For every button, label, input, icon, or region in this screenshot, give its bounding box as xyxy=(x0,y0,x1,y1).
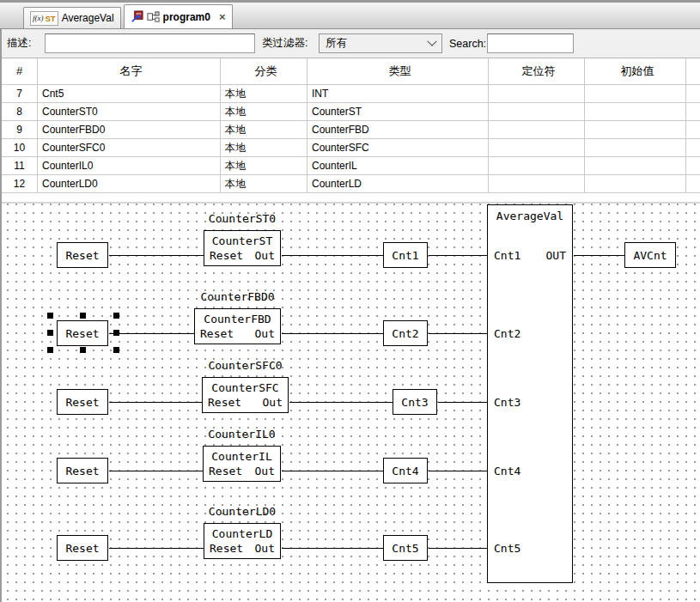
var-type[interactable]: CounterSFC xyxy=(307,139,489,157)
fb-block-counterld[interactable]: CounterLD Reset Out xyxy=(204,523,281,559)
fb-input-pin[interactable]: Reset xyxy=(209,465,242,478)
fb-input-pin[interactable]: Reset xyxy=(200,327,234,341)
fb-input-pin[interactable]: Cnt3 xyxy=(494,396,520,410)
close-icon[interactable]: × xyxy=(219,11,226,22)
header-name[interactable]: 名字 xyxy=(38,58,221,85)
var-category[interactable]: 本地 xyxy=(221,139,307,157)
fb-block-counteril[interactable]: CounterIL Reset Out xyxy=(203,446,281,482)
wire[interactable] xyxy=(429,255,487,256)
wire[interactable] xyxy=(109,548,204,549)
var-initval[interactable] xyxy=(585,157,686,175)
wire[interactable] xyxy=(109,255,204,256)
wire[interactable] xyxy=(282,548,383,549)
var-locator[interactable] xyxy=(489,175,585,193)
fb-output-pin[interactable]: Out xyxy=(255,465,275,478)
var-category[interactable]: 本地 xyxy=(221,157,307,175)
fb-block-counterfbd[interactable]: CounterFBD Reset Out xyxy=(194,308,281,344)
header-type[interactable]: 类型 xyxy=(307,58,489,85)
search-input[interactable] xyxy=(487,33,574,53)
var-category[interactable]: 本地 xyxy=(221,103,307,121)
cnt-variable-box[interactable]: Cnt5 xyxy=(383,535,428,561)
fb-input-pin[interactable]: Cnt2 xyxy=(494,327,520,341)
var-type[interactable]: CounterIL xyxy=(307,157,489,175)
var-locator[interactable] xyxy=(489,139,585,157)
selection-handle[interactable] xyxy=(113,313,119,319)
wire[interactable] xyxy=(438,402,487,403)
fb-input-pin[interactable]: Cnt5 xyxy=(494,542,520,556)
fb-instance-name[interactable]: CounterST0 xyxy=(204,213,281,225)
fb-block-counterst[interactable]: CounterST Reset Out xyxy=(204,230,281,266)
var-locator[interactable] xyxy=(489,121,585,139)
wire[interactable] xyxy=(289,402,393,403)
wire[interactable] xyxy=(109,471,203,471)
fb-instance-name[interactable]: CounterSFC0 xyxy=(202,360,289,372)
var-initval[interactable] xyxy=(585,103,686,121)
var-category[interactable]: 本地 xyxy=(221,175,307,193)
var-initval[interactable] xyxy=(585,139,686,157)
header-initval[interactable]: 初始值 xyxy=(585,58,686,85)
wire[interactable] xyxy=(429,548,487,549)
var-name[interactable]: CounterSFC0 xyxy=(38,139,221,157)
header-category[interactable]: 分类 xyxy=(221,58,307,85)
var-locator[interactable] xyxy=(489,85,585,103)
reset-variable-box-selected[interactable]: Reset xyxy=(57,320,108,346)
fb-block-countersfc[interactable]: CounterSFC Reset Out xyxy=(202,377,289,413)
tab-program0[interactable]: program0 × xyxy=(124,4,233,28)
reset-variable-box[interactable]: Reset xyxy=(57,389,108,415)
var-category[interactable]: 本地 xyxy=(221,85,307,103)
reset-variable-box[interactable]: Reset xyxy=(57,458,108,483)
var-locator[interactable] xyxy=(489,157,585,175)
var-category[interactable]: 本地 xyxy=(221,121,307,139)
fb-output-pin[interactable]: Out xyxy=(255,249,275,263)
fb-block-averageval[interactable]: AverageVal Cnt1 Cnt2 Cnt3 Cnt4 Cnt5 OUT xyxy=(487,204,573,583)
selection-handle[interactable] xyxy=(47,330,53,336)
fbd-editor-canvas[interactable]: Reset CounterST0 CounterST Reset Out Cnt… xyxy=(2,204,700,602)
var-type[interactable]: INT xyxy=(307,85,489,103)
fb-instance-name[interactable]: CounterIL0 xyxy=(203,429,281,441)
tab-averageval[interactable]: f(x)ST AverageVal xyxy=(23,7,121,28)
cnt-variable-box[interactable]: Cnt1 xyxy=(383,242,428,268)
wire[interactable] xyxy=(282,471,383,471)
selection-handle[interactable] xyxy=(113,347,119,353)
var-type[interactable]: CounterST xyxy=(307,103,489,121)
selection-handle[interactable] xyxy=(47,313,53,319)
reset-variable-box[interactable]: Reset xyxy=(57,535,108,561)
wire[interactable] xyxy=(109,402,202,403)
description-input[interactable] xyxy=(45,33,255,53)
var-initval[interactable] xyxy=(585,121,686,139)
fb-input-pin[interactable]: Reset xyxy=(208,396,241,410)
cnt-variable-box[interactable]: Cnt4 xyxy=(383,458,428,483)
fb-input-pin[interactable]: Reset xyxy=(210,542,243,556)
fb-input-pin[interactable]: Reset xyxy=(210,249,243,263)
var-name[interactable]: CounterIL0 xyxy=(38,157,221,175)
wire[interactable] xyxy=(282,255,383,256)
fb-input-pin[interactable]: Cnt4 xyxy=(494,465,520,478)
cnt-variable-box[interactable]: Cnt2 xyxy=(383,320,428,346)
wire[interactable] xyxy=(282,333,383,334)
var-type[interactable]: CounterLD xyxy=(307,175,489,193)
fb-instance-name[interactable]: CounterFBD0 xyxy=(194,291,281,303)
header-num[interactable]: # xyxy=(2,58,38,85)
var-name[interactable]: CounterLD0 xyxy=(38,175,221,193)
avcnt-variable-box[interactable]: AVCnt xyxy=(624,242,676,268)
wire[interactable] xyxy=(429,471,487,471)
var-locator[interactable] xyxy=(489,103,585,121)
class-filter-select[interactable]: 所有 xyxy=(319,33,442,53)
wire[interactable] xyxy=(429,333,487,334)
fb-output-pin[interactable]: Out xyxy=(255,327,275,341)
var-initval[interactable] xyxy=(585,175,686,193)
var-name[interactable]: Cnt5 xyxy=(38,85,221,103)
cnt-variable-box[interactable]: Cnt3 xyxy=(393,389,437,415)
fb-input-pin[interactable]: Cnt1 xyxy=(494,249,520,263)
selection-handle[interactable] xyxy=(47,347,53,353)
fb-output-pin[interactable]: Out xyxy=(255,542,275,556)
var-name[interactable]: CounterFBD0 xyxy=(38,121,221,139)
var-type[interactable]: CounterFBD xyxy=(307,121,489,139)
header-locator[interactable]: 定位符 xyxy=(489,58,585,85)
fb-instance-name[interactable]: CounterLD0 xyxy=(204,506,281,518)
selection-handle[interactable] xyxy=(80,347,86,353)
selection-handle[interactable] xyxy=(80,313,86,319)
wire[interactable] xyxy=(574,255,624,256)
var-name[interactable]: CounterST0 xyxy=(38,103,221,121)
fb-output-pin[interactable]: OUT xyxy=(546,249,566,263)
